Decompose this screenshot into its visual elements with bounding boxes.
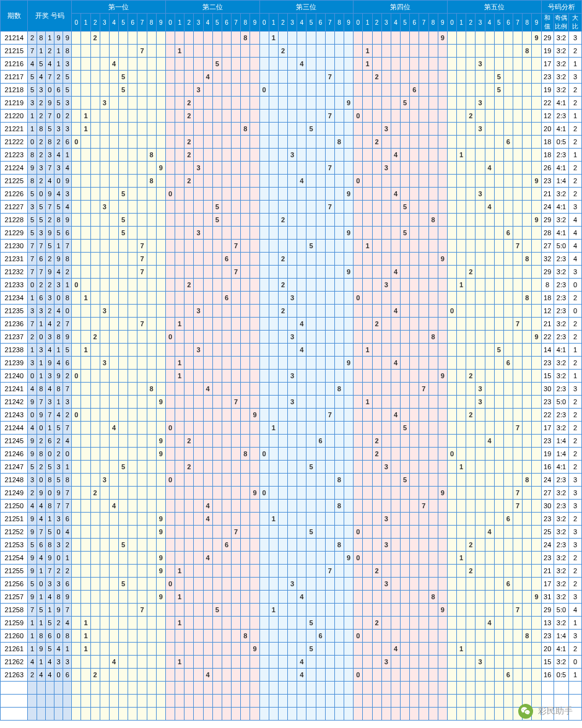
trend-cell	[165, 383, 175, 396]
sub-digit: 5	[494, 14, 503, 32]
trend-cell	[532, 656, 541, 669]
trend-cell	[232, 136, 241, 149]
trend-cell	[447, 71, 456, 84]
trend-cell: 7	[419, 500, 428, 513]
draw-digit: 0	[45, 84, 54, 97]
trend-cell	[381, 552, 391, 565]
trend-cell	[165, 110, 175, 123]
trend-cell	[269, 669, 278, 682]
trend-cell: 5	[212, 214, 222, 227]
trend-cell	[241, 591, 250, 604]
trend-cell	[250, 123, 259, 136]
trend-cell	[513, 162, 523, 175]
trend-cell	[100, 500, 109, 513]
trend-cell	[306, 292, 316, 305]
trend-cell	[363, 214, 372, 227]
period-cell: 21241	[1, 383, 28, 396]
trend-cell	[232, 45, 241, 58]
trend-cell: 1	[457, 461, 466, 474]
trend-cell	[156, 123, 165, 136]
trend-cell	[259, 578, 269, 591]
draw-digit: 3	[37, 162, 45, 175]
trend-cell	[165, 435, 175, 448]
trend-cell	[297, 240, 306, 253]
trend-cell	[250, 539, 259, 552]
trend-cell	[532, 643, 541, 656]
trend-cell	[147, 84, 156, 97]
trend-cell	[410, 487, 419, 500]
trend-cell	[428, 84, 438, 97]
trend-cell	[334, 97, 344, 110]
trend-cell	[241, 318, 250, 331]
trend-cell	[372, 331, 381, 344]
trend-cell: 5	[306, 461, 316, 474]
trend-cell	[428, 396, 438, 409]
trend-cell	[334, 643, 344, 656]
trend-cell	[203, 240, 212, 253]
trend-cell	[381, 409, 391, 422]
trend-cell	[147, 331, 156, 344]
trend-cell	[212, 591, 222, 604]
trend-cell	[523, 331, 532, 344]
trend-cell: 9	[438, 32, 447, 45]
period-cell: 21214	[1, 32, 28, 45]
sub-digit: 0	[165, 14, 175, 32]
trend-cell	[72, 630, 81, 643]
trend-cell	[354, 123, 363, 136]
draw-digit: 7	[63, 383, 72, 396]
trend-cell	[316, 578, 325, 591]
trend-cell	[334, 84, 344, 97]
trend-cell	[419, 292, 428, 305]
trend-cell	[513, 539, 523, 552]
trend-cell	[232, 227, 241, 240]
trend-cell	[476, 435, 485, 448]
period-cell: 21233	[1, 279, 28, 292]
trend-cell	[503, 201, 513, 214]
trend-cell	[259, 513, 269, 526]
trend-cell: 2	[466, 266, 476, 279]
trend-cell	[250, 136, 259, 149]
trend-cell	[532, 344, 541, 357]
trend-cell	[203, 487, 212, 500]
trend-cell	[72, 357, 81, 370]
trend-cell	[334, 162, 344, 175]
big-cell: 2	[569, 331, 582, 344]
trend-cell	[241, 292, 250, 305]
trend-cell	[438, 175, 447, 188]
trend-cell	[137, 188, 147, 201]
trend-cell	[457, 383, 466, 396]
trend-cell	[485, 84, 494, 97]
trend-cell	[232, 149, 241, 162]
trend-cell	[428, 500, 438, 513]
trend-cell	[128, 45, 137, 58]
trend-cell	[381, 136, 391, 149]
sub-digit: 0	[259, 14, 269, 32]
trend-cell	[212, 32, 222, 45]
trend-cell: 0	[354, 630, 363, 643]
trend-cell	[344, 201, 354, 214]
trend-cell	[306, 552, 316, 565]
trend-cell	[457, 305, 466, 318]
trend-cell	[438, 201, 447, 214]
trend-cell: 3	[194, 344, 203, 357]
trend-cell	[222, 461, 231, 474]
trend-cell	[297, 396, 306, 409]
trend-cell	[428, 474, 438, 487]
trend-cell	[278, 331, 287, 344]
trend-cell	[447, 344, 456, 357]
trend-cell	[100, 84, 109, 97]
trend-cell	[72, 448, 81, 461]
trend-cell	[288, 526, 297, 539]
trend-cell	[269, 201, 278, 214]
trend-cell	[109, 578, 118, 591]
draw-digit: 5	[37, 214, 45, 227]
period-cell: 21263	[1, 669, 28, 682]
oe-cell: 1:4	[554, 448, 568, 461]
sum-cell: 29	[541, 604, 554, 617]
trend-cell	[100, 279, 109, 292]
sum-cell: 29	[541, 214, 554, 227]
trend-cell	[250, 344, 259, 357]
trend-cell	[278, 656, 287, 669]
big-cell: 2	[569, 175, 582, 188]
trend-cell	[372, 383, 381, 396]
